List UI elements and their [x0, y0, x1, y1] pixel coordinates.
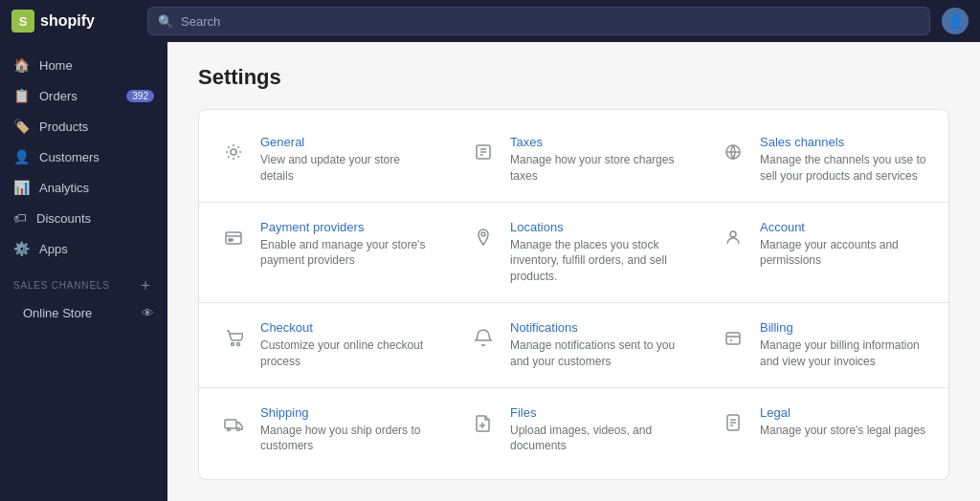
settings-content-general: General View and update your store detai… — [260, 135, 430, 185]
settings-desc-account: Manage your accounts and permissions — [760, 237, 929, 270]
svg-point-11 — [730, 231, 736, 237]
page-title: Settings — [198, 65, 949, 90]
shopify-logo-icon: S — [11, 10, 34, 33]
sidebar-item-online-store[interactable]: Online Store 👁 — [0, 299, 167, 327]
products-icon: 🏷️ — [13, 119, 30, 134]
sales-channels-section: SALES CHANNELS ＋ — [0, 264, 167, 299]
sidebar-item-orders[interactable]: 📋 Orders 392 — [0, 80, 167, 111]
settings-content-billing: Billing Manage your billing information … — [760, 320, 929, 370]
search-bar[interactable]: 🔍 Search — [147, 7, 930, 35]
settings-title-account: Account — [760, 220, 929, 234]
app-layout: 🏠 Home 📋 Orders 392 🏷️ Products 👤 Custom… — [0, 42, 980, 501]
settings-desc-billing: Manage your billing information and view… — [760, 338, 929, 370]
settings-desc-notifications: Manage notifications sent to you and you… — [510, 338, 679, 370]
analytics-icon: 📊 — [13, 180, 30, 195]
payment-providers-icon — [218, 222, 249, 252]
settings-title-sales-channels: Sales channels — [760, 135, 929, 149]
settings-content-checkout: Checkout Customize your online checkout … — [260, 320, 430, 370]
svg-point-0 — [231, 149, 236, 155]
discounts-icon: 🏷 — [13, 210, 27, 226]
visibility-icon[interactable]: 👁 — [142, 306, 154, 320]
settings-item-locations[interactable]: Locations Manage the places you stock in… — [449, 203, 699, 303]
settings-content-account: Account Manage your accounts and permiss… — [760, 220, 929, 270]
sidebar-item-home[interactable]: 🏠 Home — [0, 50, 167, 80]
settings-desc-general: View and update your store details — [260, 152, 430, 185]
sidebar-label-analytics: Analytics — [39, 181, 89, 195]
settings-content-sales-channels: Sales channels Manage the channels you u… — [760, 135, 929, 185]
settings-content-shipping: Shipping Manage how you ship orders to c… — [260, 405, 430, 455]
svg-point-13 — [237, 342, 240, 345]
svg-rect-17 — [225, 420, 236, 428]
top-nav: S shopify 🔍 Search 👤 — [0, 0, 980, 42]
settings-grid: General View and update your store detai… — [199, 118, 948, 471]
svg-point-10 — [481, 232, 485, 236]
account-icon — [718, 222, 748, 252]
settings-desc-taxes: Manage how your store charges taxes — [510, 152, 679, 185]
settings-content-taxes: Taxes Manage how your store charges taxe… — [510, 135, 679, 185]
settings-desc-payment-providers: Enable and manage your store's payment p… — [260, 237, 430, 270]
settings-title-shipping: Shipping — [260, 405, 430, 420]
billing-icon — [718, 322, 748, 353]
apps-icon: ⚙️ — [13, 241, 30, 256]
shipping-icon — [218, 407, 249, 438]
settings-title-locations: Locations — [510, 220, 679, 234]
settings-item-general[interactable]: General View and update your store detai… — [199, 118, 449, 203]
settings-title-checkout: Checkout — [260, 320, 430, 335]
settings-content-legal: Legal Manage your store's legal pages — [760, 405, 929, 439]
settings-title-files: Files — [510, 405, 679, 420]
sales-channels-label: SALES CHANNELS — [13, 280, 110, 291]
settings-item-legal[interactable]: Legal Manage your store's legal pages — [699, 388, 948, 472]
settings-title-billing: Billing — [760, 320, 929, 335]
settings-item-account[interactable]: Account Manage your accounts and permiss… — [699, 203, 948, 303]
settings-item-payment-providers[interactable]: Payment providers Enable and manage your… — [199, 203, 449, 303]
svg-point-12 — [232, 342, 234, 345]
settings-content-files: Files Upload images, videos, and documen… — [510, 405, 679, 455]
sidebar-item-products[interactable]: 🏷️ Products — [0, 111, 167, 142]
settings-desc-locations: Manage the places you stock inventory, f… — [510, 237, 679, 285]
main-content: Settings General View and update your st… — [167, 42, 980, 501]
settings-content-notifications: Notifications Manage notifications sent … — [510, 320, 679, 370]
settings-item-notifications[interactable]: Notifications Manage notifications sent … — [449, 303, 699, 388]
legal-icon — [718, 407, 748, 438]
settings-desc-checkout: Customize your online checkout process — [260, 338, 430, 370]
sidebar-item-analytics[interactable]: 📊 Analytics — [0, 172, 167, 203]
home-icon: 🏠 — [13, 57, 30, 73]
sidebar-item-customers[interactable]: 👤 Customers — [0, 142, 167, 172]
settings-item-taxes[interactable]: Taxes Manage how your store charges taxe… — [449, 118, 699, 203]
settings-item-checkout[interactable]: Checkout Customize your online checkout … — [199, 303, 449, 388]
svg-point-19 — [237, 427, 240, 430]
settings-card: General View and update your store detai… — [198, 109, 949, 480]
svg-rect-9 — [229, 239, 233, 241]
sidebar-label-customers: Customers — [39, 150, 100, 164]
settings-item-billing[interactable]: Billing Manage your billing information … — [699, 303, 948, 388]
settings-title-legal: Legal — [760, 405, 929, 420]
sidebar-label-products: Products — [39, 120, 88, 134]
sidebar: 🏠 Home 📋 Orders 392 🏷️ Products 👤 Custom… — [0, 42, 167, 501]
notifications-icon — [468, 322, 499, 353]
sidebar-label-orders: Orders — [39, 89, 78, 103]
user-avatar[interactable]: 👤 — [942, 8, 969, 34]
settings-item-files[interactable]: Files Upload images, videos, and documen… — [449, 388, 699, 472]
settings-title-general: General — [260, 135, 430, 149]
sidebar-item-discounts[interactable]: 🏷 Discounts — [0, 203, 167, 233]
sidebar-label-apps: Apps — [39, 242, 68, 256]
settings-item-sales-channels[interactable]: Sales channels Manage the channels you u… — [699, 118, 948, 203]
settings-desc-shipping: Manage how you ship orders to customers — [260, 423, 430, 455]
badge-orders: 392 — [126, 90, 154, 102]
settings-content-payment-providers: Payment providers Enable and manage your… — [260, 220, 430, 270]
settings-title-payment-providers: Payment providers — [260, 220, 430, 234]
general-icon — [218, 137, 249, 167]
logo: S shopify — [11, 10, 136, 33]
svg-rect-7 — [226, 232, 241, 244]
svg-rect-14 — [726, 333, 740, 344]
orders-icon: 📋 — [13, 88, 30, 103]
add-sales-channel-icon[interactable]: ＋ — [138, 275, 154, 295]
locations-icon — [468, 222, 499, 252]
sales-channels-icon — [718, 137, 748, 167]
settings-item-shipping[interactable]: Shipping Manage how you ship orders to c… — [199, 388, 449, 472]
online-store-label: Online Store — [23, 306, 92, 320]
customers-icon: 👤 — [13, 149, 30, 164]
svg-point-18 — [228, 427, 231, 430]
logo-text: shopify — [40, 12, 95, 30]
sidebar-item-apps[interactable]: ⚙️ Apps — [0, 233, 167, 264]
